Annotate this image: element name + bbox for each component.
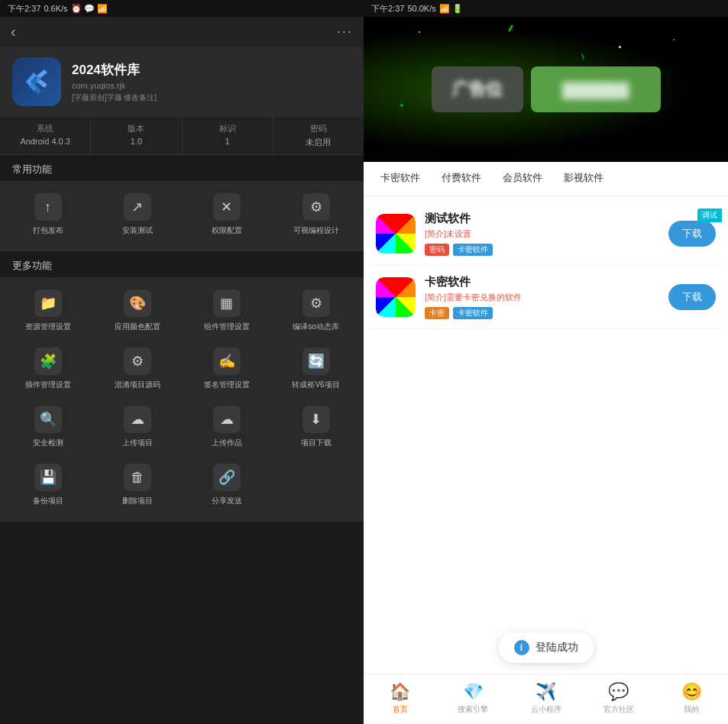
grid-item-download-project[interactable]: ⬇ 项目下载 (271, 399, 361, 454)
grid-item-signature[interactable]: ✍ 签名管理设置 (182, 341, 271, 396)
signature-label: 签名管理设置 (204, 380, 250, 390)
left-panel: 下午2:37 0.6K/s ⏰ 💬 📶 ‹ ··· 2024软件库 com.yu… (0, 0, 364, 724)
nav-item-community[interactable]: 💬 官方社区 (582, 679, 655, 718)
tab-video[interactable]: 影视软件 (553, 162, 614, 196)
banner-blur-1: 广告位 (432, 66, 523, 112)
grid-item-convert-v6[interactable]: 🔄 转成裕V6项目 (271, 341, 361, 396)
grid-item-permission[interactable]: ✕ 权限配置 (182, 187, 271, 242)
grid-item-install-test[interactable]: ↗ 安装测试 (92, 187, 182, 242)
download-project-label: 项目下载 (301, 438, 332, 448)
grid-item-app-color[interactable]: 🎨 应用颜色配置 (92, 283, 182, 338)
compile-so-icon: ⚙ (303, 289, 330, 317)
community-icon: 💬 (608, 682, 629, 702)
software-item-1: 卡密软件 [简介]需要卡密兑换的软件 卡密 卡密软件 下载 (370, 266, 722, 329)
download-button-0[interactable]: 下载 (668, 221, 716, 247)
resource-icon: 📁 (34, 289, 62, 317)
more-grid-row-1: 📁 资源管理设置 🎨 应用颜色配置 ▦ 组件管理设置 ⚙ 编译so动态库 (3, 283, 361, 338)
banner-text: 广告位 ▓▓▓▓▓▓ (432, 66, 661, 112)
visual-design-icon: ⚙ (303, 193, 330, 221)
nav-item-profile[interactable]: 😊 我的 (655, 679, 728, 718)
section-common: 常用功能 (0, 155, 364, 181)
app-color-label: 应用颜色配置 (115, 322, 160, 332)
common-grid: ↑ 打包发布 ↗ 安装测试 ✕ 权限配置 ⚙ 可视编程设计 (0, 181, 364, 251)
share-icon: 🔗 (213, 464, 241, 491)
miniapp-icon: ✈️ (535, 682, 556, 702)
publish-label: 打包发布 (33, 225, 63, 236)
right-wrapper: 调试 测试软件 [简介]未设置 密码 卡密软件 下载 (364, 196, 728, 724)
app-icon (12, 57, 61, 106)
nav-label-search: 搜索引擎 (458, 704, 488, 715)
software-desc-0: [简介]未设置 (425, 228, 659, 240)
toast-message: 登陆成功 (535, 641, 578, 655)
grid-item-obfuscate[interactable]: ⚙ 混淆项目源码 (92, 341, 182, 396)
grid-item-backup[interactable]: 💾 备份项目 (3, 457, 92, 512)
search-engine-icon: 💎 (463, 682, 484, 702)
grid-item-visual-design[interactable]: ⚙ 可视编程设计 (271, 187, 361, 242)
delete-label: 删除项目 (122, 496, 153, 506)
resource-label: 资源管理设置 (25, 322, 71, 332)
tab-member[interactable]: 会员软件 (492, 162, 553, 196)
convert-v6-icon: 🔄 (303, 347, 330, 375)
speed-right: 50.0K/s (407, 4, 435, 13)
delete-icon: 🗑 (124, 464, 151, 491)
plugin-label: 插件管理设置 (25, 380, 71, 390)
software-icon-1 (376, 277, 416, 317)
login-toast: i 登陆成功 (499, 632, 594, 663)
nav-item-home[interactable]: 🏠 首页 (364, 679, 436, 718)
signature-icon: ✍ (213, 347, 241, 375)
app-note: [字藤原创]字藤 修改备注] (72, 92, 351, 103)
info-table: 系统 Android 4.0.3 版本 1.0 标识 1 密码 未启用 (0, 117, 364, 155)
app-details: 2024软件库 com.yuqios.rjk [字藤原创]字藤 修改备注] (72, 61, 351, 103)
download-project-icon: ⬇ (303, 406, 330, 433)
time-left: 下午2:37 (8, 3, 40, 15)
common-grid-row: ↑ 打包发布 ↗ 安装测试 ✕ 权限配置 ⚙ 可视编程设计 (3, 187, 361, 242)
upload-work-icon: ☁ (213, 406, 241, 433)
permission-label: 权限配置 (212, 225, 242, 236)
category-tabs: 卡密软件 付费软件 会员软件 影视软件 (364, 162, 728, 196)
grid-item-compile-so[interactable]: ⚙ 编译so动态库 (271, 283, 361, 338)
permission-icon: ✕ (213, 193, 241, 221)
home-icon: 🏠 (390, 682, 410, 702)
time-right: 下午2:37 (371, 3, 404, 15)
info-cell-system: 系统 Android 4.0.3 (0, 117, 91, 154)
software-info-1: 卡密软件 [简介]需要卡密兑换的软件 卡密 卡密软件 (425, 275, 659, 319)
grid-item-upload-project[interactable]: ☁ 上传项目 (92, 399, 182, 454)
status-bar-right: 下午2:37 50.0K/s 📶 🔋 (364, 0, 728, 17)
upload-project-icon: ☁ (124, 406, 151, 433)
download-button-1[interactable]: 下载 (668, 284, 716, 310)
plugin-icon: 🧩 (34, 347, 62, 375)
back-button[interactable]: ‹ (11, 23, 16, 40)
grid-item-security[interactable]: 🔍 安全检测 (3, 399, 92, 454)
software-name-0: 测试软件 (425, 212, 659, 226)
tag-password: 密码 (425, 244, 449, 256)
nav-item-search[interactable]: 💎 搜索引擎 (436, 679, 509, 718)
grid-item-plugin[interactable]: 🧩 插件管理设置 (3, 341, 92, 396)
grid-item-component[interactable]: ▦ 组件管理设置 (182, 283, 271, 338)
more-button[interactable]: ··· (337, 24, 353, 40)
nav-label-profile: 我的 (684, 704, 699, 715)
nav-item-miniapp[interactable]: ✈️ 云小程序 (510, 679, 582, 718)
nav-label-community: 官方社区 (603, 704, 634, 715)
app-info: 2024软件库 com.yuqios.rjk [字藤原创]字藤 修改备注] (0, 47, 364, 117)
grid-item-share[interactable]: 🔗 分享发送 (182, 457, 271, 512)
tab-card-secret[interactable]: 卡密软件 (370, 162, 431, 196)
tab-paid[interactable]: 付费软件 (431, 162, 492, 196)
debug-badge-0: 调试 (697, 208, 722, 222)
grid-item-resource[interactable]: 📁 资源管理设置 (3, 283, 92, 338)
app-name: 2024软件库 (72, 61, 351, 79)
grid-item-delete[interactable]: 🗑 删除项目 (92, 457, 182, 512)
grid-item-upload-work[interactable]: ☁ 上传作品 (182, 399, 271, 454)
install-test-label: 安装测试 (122, 225, 153, 236)
grid-item-publish[interactable]: ↑ 打包发布 (3, 187, 92, 242)
component-label: 组件管理设置 (204, 322, 250, 332)
color-wheel-0 (376, 214, 416, 254)
more-grid: 📁 资源管理设置 🎨 应用颜色配置 ▦ 组件管理设置 ⚙ 编译so动态库 🧩 插… (0, 277, 364, 522)
banner[interactable]: 广告位 ▓▓▓▓▓▓ (364, 17, 728, 162)
info-cell-password: 密码 未启用 (273, 117, 364, 154)
backup-icon: 💾 (34, 464, 62, 491)
upload-project-label: 上传项目 (122, 438, 153, 448)
obfuscate-icon: ⚙ (124, 347, 151, 375)
publish-icon: ↑ (34, 193, 62, 221)
nav-label-home: 首页 (393, 704, 408, 715)
empty-icon (303, 464, 330, 491)
